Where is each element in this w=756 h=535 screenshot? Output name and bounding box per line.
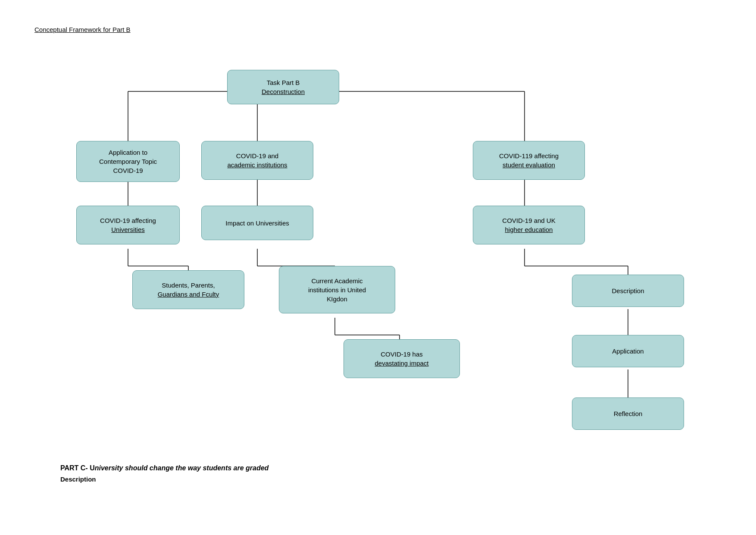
- node-app-line1: Application to: [109, 148, 147, 157]
- node-students-2: Guardians and Fculty: [158, 290, 219, 299]
- node-covid-uk-2: higher education: [505, 225, 553, 234]
- node-dev-2: devastating impact: [375, 359, 428, 368]
- diagram-container: Task Part B Deconstruction Application t…: [37, 46, 727, 456]
- node-covid19-uk: COVID-19 and UK higher education: [473, 206, 585, 244]
- node-task-part-b: Task Part B Deconstruction: [227, 70, 339, 104]
- node-desc-1: Description: [612, 286, 644, 295]
- part-c-text: PART C- University should change the way…: [60, 464, 730, 472]
- bottom-text: PART C- University should change the way…: [34, 464, 730, 483]
- node-impact-1: Impact on Universities: [225, 219, 289, 228]
- node-current-academic: Current Academic institutions in United …: [279, 266, 395, 313]
- node-covid-aff-1: COVID-19 affecting: [100, 216, 156, 225]
- node-covid119-student: COVID-119 affecting student evaluation: [473, 141, 585, 180]
- node-curr-3: KIgdon: [327, 294, 347, 303]
- node-students-1: Students, Parents,: [162, 281, 215, 290]
- node-curr-1: Current Academic: [311, 276, 362, 285]
- node-application: Application: [572, 335, 684, 367]
- node-covid19-affecting: COVID-19 affecting Universities: [76, 206, 180, 244]
- node-dev-1: COVID-19 has: [381, 350, 423, 359]
- node-curr-2: institutions in United: [308, 285, 366, 294]
- node-task-label-1: Task Part B: [267, 78, 300, 87]
- node-students-parents: Students, Parents, Guardians and Fculty: [132, 270, 244, 309]
- connector-svg: [37, 46, 727, 456]
- node-application-contemporary: Application to Contemporary Topic COVID-…: [76, 141, 180, 182]
- node-reflection: Reflection: [572, 397, 684, 430]
- node-covid-uk-1: COVID-19 and UK: [502, 216, 555, 225]
- description-label: Description: [60, 476, 730, 483]
- node-task-label-2: Deconstruction: [262, 87, 305, 96]
- node-covid-ac-2: academic institutions: [227, 160, 287, 169]
- node-app-line2: Contemporary Topic: [99, 157, 157, 166]
- node-covid-aff-2: Universities: [111, 225, 145, 234]
- node-covid119-2: student evaluation: [503, 160, 555, 169]
- node-app-line3: COVID-19: [113, 166, 143, 175]
- node-covid19-academic: COVID-19 and academic institutions: [201, 141, 313, 180]
- node-covid119-1: COVID-119 affecting: [499, 151, 559, 160]
- node-impact-universities: Impact on Universities: [201, 206, 313, 240]
- page-heading: Conceptual Framework for Part B: [34, 26, 131, 33]
- node-app2-1: Application: [612, 347, 644, 356]
- node-covid19-devastating: COVID-19 has devastating impact: [344, 339, 460, 378]
- node-ref-1: Reflection: [614, 409, 643, 418]
- node-covid-ac-1: COVID-19 and: [236, 151, 278, 160]
- node-description: Description: [572, 275, 684, 307]
